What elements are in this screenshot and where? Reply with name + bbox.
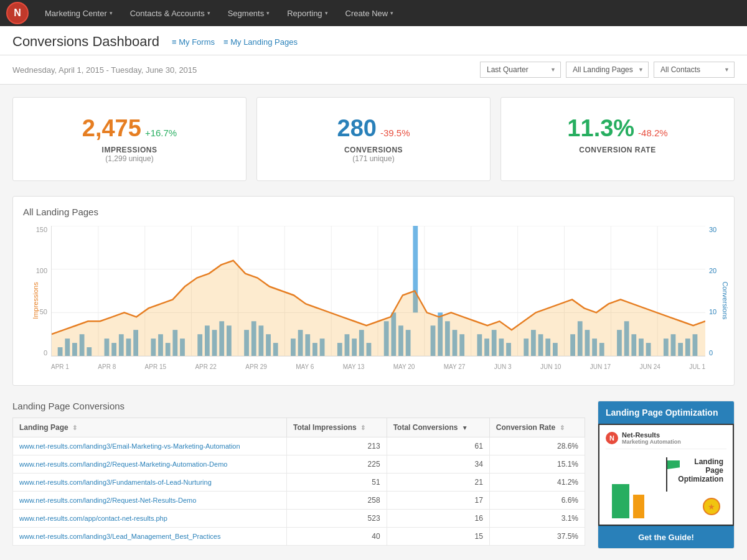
- nav-item-segments[interactable]: Segments ▾: [219, 0, 279, 26]
- widget-img-inner: N Net-Results Marketing Automation: [599, 425, 733, 525]
- cell-impressions: 523: [286, 510, 387, 528]
- cell-conversions: 15: [387, 528, 489, 546]
- filters-bar: Wednesday, April 1, 2015 - Tuesday, June…: [0, 55, 747, 85]
- period-select-wrap: Last Quarter This Quarter Last Month Cus…: [480, 62, 561, 78]
- cell-rate: 3.1%: [489, 510, 585, 528]
- get-guide-button[interactable]: Get the Guide!: [598, 526, 734, 548]
- badge-star: ★: [708, 502, 715, 511]
- kpi-conversions: 280 -39.5% CONVERSIONS (171 unique): [256, 97, 491, 181]
- cell-rate: 15.1%: [489, 455, 585, 474]
- rate-label: CONVERSION RATE: [514, 146, 721, 154]
- url-link[interactable]: www.net-results.com/app/contact-net-resu…: [19, 515, 167, 522]
- chevron-down-icon: ▾: [110, 10, 113, 16]
- y-axis-left: 150 100 50 0: [23, 226, 51, 357]
- col-impressions: Total Impressions ⇕: [286, 418, 387, 437]
- cell-url: www.net-results.com/landing3/Email-Marke…: [13, 437, 287, 455]
- sidebar-widget: Landing Page Optimization N Net-Results …: [598, 401, 735, 549]
- table-row: www.net-results.com/landing3/Fundamental…: [13, 474, 585, 492]
- badge: ★: [703, 498, 720, 515]
- cell-rate: 28.6%: [489, 437, 585, 455]
- url-link[interactable]: www.net-results.com/landing2/Request-Net…: [19, 497, 196, 504]
- kpi-row: 2,475 +16.7% IMPRESSIONS (1,299 unique) …: [12, 97, 735, 181]
- rate-value: 11.3%: [567, 115, 634, 142]
- sort-icon: ⇕: [72, 424, 77, 431]
- chart-container: 150 100 50 0 30 20 10 0: [23, 226, 724, 375]
- rate-delta: -48.2%: [638, 128, 668, 138]
- chart-x-labels: APR 1 APR 8 APR 15 APR 22 APR 29 MAY 6 M…: [51, 358, 705, 375]
- col-landing-page: Landing Page ⇕: [13, 418, 287, 437]
- navbar: N Marketing Center ▾ Contacts & Accounts…: [0, 0, 747, 26]
- col-rate: Conversion Rate ⇕: [489, 418, 585, 437]
- cell-impressions: 40: [286, 528, 387, 546]
- cell-url: www.net-results.com/landing3/Fundamental…: [13, 474, 287, 492]
- url-link[interactable]: www.net-results.com/landing3/Email-Marke…: [19, 442, 240, 450]
- url-link[interactable]: www.net-results.com/landing3/Fundamental…: [19, 478, 212, 486]
- sort-icon: ⇕: [360, 424, 365, 431]
- widget-header: Landing Page Optimization: [598, 401, 734, 424]
- table-row: www.net-results.com/landing2/Request-Mar…: [13, 455, 585, 474]
- sort-icon: ⇕: [560, 424, 565, 431]
- kpi-impressions: 2,475 +16.7% IMPRESSIONS (1,299 unique): [12, 97, 247, 181]
- my-landing-pages-link[interactable]: ≡ My Landing Pages: [223, 37, 298, 47]
- impressions-delta: +16.7%: [145, 128, 177, 138]
- filter-selects: Last Quarter This Quarter Last Month Cus…: [480, 62, 735, 78]
- chart-svg: [52, 226, 705, 356]
- widget-company: Net-Results: [622, 431, 681, 439]
- page-title: Conversions Dashboard: [12, 34, 159, 50]
- nav-item-reporting[interactable]: Reporting ▾: [278, 0, 336, 26]
- url-link[interactable]: www.net-results.com/landing2/Request-Mar…: [19, 460, 227, 468]
- chevron-down-icon: ▾: [390, 10, 393, 16]
- cell-conversions: 16: [387, 510, 489, 528]
- impressions-sub: (1,299 unique): [26, 154, 233, 163]
- widget-image: N Net-Results Marketing Automation: [598, 424, 734, 526]
- kpi-conversion-rate: 11.3% -48.2% CONVERSION RATE: [500, 97, 735, 181]
- cell-url: www.net-results.com/landing3/Lead_Manage…: [13, 528, 287, 546]
- widget-logo-icon: N: [606, 432, 618, 444]
- url-link[interactable]: www.net-results.com/landing3/Lead_Manage…: [19, 533, 220, 540]
- bottom-row: Landing Page Conversions Landing Page ⇕ …: [12, 401, 735, 549]
- nav-item-create-new[interactable]: Create New ▾: [337, 0, 403, 26]
- my-forms-link[interactable]: ≡ My Forms: [172, 37, 215, 47]
- conversions-value: 280: [337, 115, 377, 142]
- widget-card: Landing Page Optimization N Net-Results …: [598, 401, 735, 549]
- landing-pages-select-wrap: All Landing Pages Page 1 Page 2: [566, 62, 649, 78]
- conversions-sub: (171 unique): [270, 154, 477, 163]
- cell-conversions: 17: [387, 492, 489, 510]
- impressions-value: 2,475: [82, 115, 141, 142]
- widget-graphic: Landing Page Optimization ★: [606, 454, 726, 518]
- conversions-label: CONVERSIONS: [270, 146, 477, 154]
- cell-impressions: 225: [286, 455, 387, 474]
- landing-pages-select[interactable]: All Landing Pages Page 1 Page 2: [566, 62, 649, 78]
- cell-conversions: 34: [387, 455, 489, 474]
- col-conversions: Total Conversions ▼: [387, 418, 489, 437]
- cell-url: www.net-results.com/app/contact-net-resu…: [13, 510, 287, 528]
- nav-item-marketing-center[interactable]: Marketing Center ▾: [36, 0, 121, 26]
- nav-logo[interactable]: N: [6, 2, 29, 24]
- table-row: www.net-results.com/app/contact-net-resu…: [13, 510, 585, 528]
- chart-section: All Landing Pages 150 100 50 0 30 20 10 …: [12, 196, 735, 386]
- page-header: Conversions Dashboard ≡ My Forms ≡ My La…: [0, 26, 747, 55]
- widget-subtitle: Marketing Automation: [622, 439, 681, 445]
- content: 2,475 +16.7% IMPRESSIONS (1,299 unique) …: [0, 85, 747, 560]
- landing-page-table: Landing Page ⇕ Total Impressions ⇕ Total…: [12, 418, 585, 546]
- flag-pole: [666, 457, 667, 492]
- contacts-select[interactable]: All Contacts Contact Group 1 Contact Gro…: [654, 62, 735, 78]
- widget-text-overlay: Landing Page Optimization: [678, 457, 723, 483]
- widget-logo-row: N Net-Results Marketing Automation: [606, 431, 726, 449]
- date-range: Wednesday, April 1, 2015 - Tuesday, June…: [12, 65, 197, 75]
- period-select[interactable]: Last Quarter This Quarter Last Month Cus…: [480, 62, 561, 78]
- cell-conversions: 21: [387, 474, 489, 492]
- nav-item-contacts-accounts[interactable]: Contacts & Accounts ▾: [121, 0, 219, 26]
- cell-conversions: 61: [387, 437, 489, 455]
- logo-letter: N: [14, 7, 21, 19]
- y-axis-right: 30 20 10 0: [705, 226, 724, 357]
- cell-rate: 41.2%: [489, 474, 585, 492]
- chevron-down-icon: ▾: [207, 10, 210, 16]
- cell-impressions: 213: [286, 437, 387, 455]
- impressions-label: IMPRESSIONS: [26, 146, 233, 154]
- chart-title: All Landing Pages: [23, 207, 724, 217]
- chevron-down-icon: ▾: [325, 10, 328, 16]
- table-row: www.net-results.com/landing2/Request-Net…: [13, 492, 585, 510]
- cell-rate: 37.5%: [489, 528, 585, 546]
- table-row: www.net-results.com/landing3/Lead_Manage…: [13, 528, 585, 546]
